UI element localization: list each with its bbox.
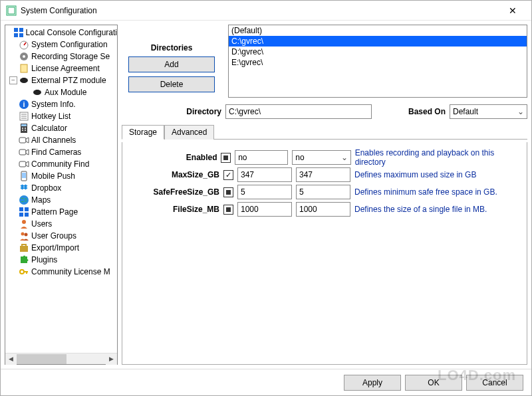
tree-root[interactable]: Local Console Configurati [5, 27, 117, 39]
row-value-input[interactable]: 5 [237, 185, 292, 199]
svg-rect-10 [21, 64, 27, 72]
user-icon [19, 219, 29, 229]
row-description: Enables recording and playback on this d… [355, 148, 523, 167]
tree-item[interactable]: iSystem Info. [5, 98, 117, 110]
tree-item[interactable]: Aux Module [5, 86, 117, 98]
directories-listbox[interactable]: (Default)C:\gvrec\D:\gvrec\E:\gvrec\ [228, 25, 527, 98]
tree-item[interactable]: Maps [5, 194, 117, 206]
apply-button[interactable]: Apply [344, 375, 401, 391]
gauge-icon [19, 39, 29, 50]
row-value-input[interactable]: 1000 [296, 202, 350, 217]
directory-list-item[interactable]: (Default) [229, 25, 527, 36]
tree-item[interactable]: Export/Import [5, 242, 117, 254]
tree: Local Console Configurati System Configu… [5, 25, 117, 353]
tab-advanced[interactable]: Advanced [164, 125, 214, 140]
sidebar: Local Console Configurati System Configu… [5, 25, 118, 365]
watermark: LO4D.com [438, 367, 516, 384]
directory-list-item[interactable]: C:\gvrec\ [229, 36, 527, 47]
svg-rect-5 [19, 33, 23, 37]
row-value-input[interactable]: no [235, 150, 288, 165]
storage-row: FileSize_MB10001000Defines the size of a… [126, 201, 523, 218]
tree-item[interactable]: Community License M [5, 266, 117, 278]
based-on-select[interactable]: Default [450, 104, 527, 119]
tree-item[interactable]: User Groups [5, 230, 117, 242]
row-description: Defines the size of a single file in MB. [354, 205, 487, 214]
tree-item[interactable]: Plugins [5, 254, 117, 266]
tree-item-label: System Info. [31, 100, 76, 109]
tiles-icon [19, 207, 29, 217]
row-label: Enabled [126, 153, 217, 162]
tree-item-label: User Groups [31, 231, 76, 241]
add-button[interactable]: Add [128, 56, 215, 72]
tree-item[interactable]: Recording Storage Se [5, 50, 117, 62]
row-checkbox[interactable] [223, 205, 233, 215]
storage-row: SafeFreeSize_GB55Defines minimum safe fr… [126, 183, 523, 201]
row-label: MaxSize_GB [126, 170, 219, 179]
svg-rect-29 [22, 173, 26, 178]
svg-rect-27 [19, 161, 26, 167]
svg-rect-32 [25, 207, 29, 211]
tree-item-label: Mobile Push [31, 171, 75, 181]
directory-list-item[interactable]: D:\gvrec\ [229, 47, 527, 57]
delete-button[interactable]: Delete [128, 76, 215, 92]
row-checkbox[interactable] [223, 170, 233, 180]
based-on-label: Based On [376, 107, 446, 116]
svg-rect-20 [21, 124, 27, 126]
tree-item[interactable]: Dropbox [5, 182, 117, 194]
app-icon [6, 5, 17, 16]
row-value-select[interactable]: no [292, 150, 350, 165]
storage-row: EnablednonoEnables recording and playbac… [126, 149, 523, 166]
svg-text:i: i [23, 100, 25, 108]
row-value-input[interactable]: 1000 [237, 202, 292, 217]
tree-item[interactable]: −External PTZ module [5, 74, 117, 86]
scroll-right-arrow[interactable]: ▶ [106, 353, 117, 365]
tree-item[interactable]: All Channels [5, 134, 117, 146]
sidebar-h-scrollbar[interactable]: ◀ ▶ [5, 353, 117, 364]
tree-item-label: License Agreement [31, 64, 100, 73]
storage-panel: EnablednonoEnables recording and playbac… [122, 142, 527, 365]
directory-input[interactable] [225, 104, 372, 119]
tree-item[interactable]: Users [5, 218, 117, 230]
row-checkbox[interactable] [221, 153, 231, 163]
row-value-input[interactable]: 347 [237, 167, 292, 182]
tab-storage[interactable]: Storage [122, 125, 164, 140]
tree-item[interactable]: System Configuration [5, 39, 117, 50]
svg-point-24 [25, 130, 26, 131]
dropbox-icon [19, 183, 29, 193]
svg-point-22 [25, 128, 26, 129]
tree-item-label: Recording Storage Se [31, 52, 110, 61]
phone-icon [19, 171, 29, 181]
tree-item-label: Pattern Page [31, 207, 78, 217]
tree-item[interactable]: Community Find [5, 158, 117, 170]
reel-icon [19, 51, 29, 62]
directory-row: Directory Based On Default [122, 104, 527, 119]
directory-list-item[interactable]: E:\gvrec\ [229, 57, 527, 68]
tree-item-label: Users [31, 219, 52, 229]
scroll-thumb[interactable] [17, 354, 66, 364]
tree-item-label: External PTZ module [31, 76, 106, 85]
window-title: System Configuration [21, 6, 499, 15]
row-value-input[interactable]: 5 [296, 185, 350, 199]
tree-item-label: All Channels [31, 136, 76, 145]
based-on-value: Default [453, 107, 478, 116]
svg-rect-4 [14, 33, 18, 37]
cam-icon [32, 87, 43, 98]
tree-item[interactable]: Pattern Page [5, 206, 117, 218]
tree-item[interactable]: Find Cameras [5, 146, 117, 158]
tree-item[interactable]: Calculator [5, 122, 117, 134]
scroll-left-arrow[interactable]: ◀ [5, 353, 17, 365]
svg-point-37 [25, 233, 28, 237]
titlebar: System Configuration ✕ [1, 1, 531, 21]
svg-rect-25 [19, 138, 26, 143]
tree-collapse-icon[interactable]: − [9, 76, 17, 84]
row-checkbox[interactable] [223, 187, 233, 197]
window-close-button[interactable]: ✕ [499, 5, 526, 16]
gearbox-icon [19, 243, 29, 253]
tree-item-label: Calculator [31, 124, 67, 133]
camlight-icon [19, 159, 29, 169]
row-value-input[interactable]: 347 [296, 167, 350, 182]
tree-item[interactable]: Mobile Push [5, 170, 117, 182]
tree-item[interactable]: Hotkey List [5, 110, 117, 122]
tree-item[interactable]: License Agreement [5, 62, 117, 74]
svg-rect-12 [36, 90, 39, 92]
